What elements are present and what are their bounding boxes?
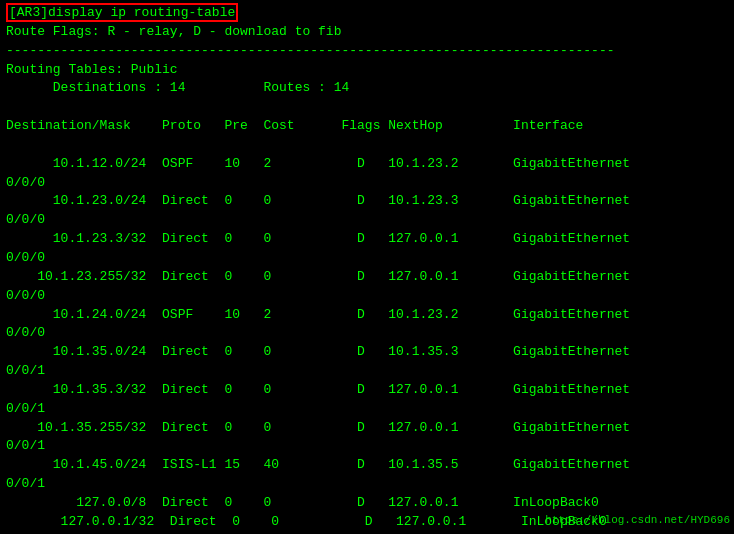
row-10135255-cont: 0/0/1 [6,437,728,456]
row-10135-cont: 0/0/1 [6,362,728,381]
row-101233: 10.1.23.3/32 Direct 0 0 D 127.0.0.1 Giga… [6,230,728,249]
row-10135: 10.1.35.0/24 Direct 0 0 D 10.1.35.3 Giga… [6,343,728,362]
row-10123: 10.1.23.0/24 Direct 0 0 D 10.1.23.3 Giga… [6,192,728,211]
row-10145-cont: 0/0/1 [6,475,728,494]
row-127: 127.0.0/8 Direct 0 0 D 127.0.0.1 InLoopB… [6,494,728,513]
row-10123-cont: 0/0/0 [6,211,728,230]
row-10112: 10.1.12.0/24 OSPF 10 2 D 10.1.23.2 Gigab… [6,155,728,174]
command-line: [AR3]display ip routing-table [6,4,728,23]
row-10124: 10.1.24.0/24 OSPF 10 2 D 10.1.23.2 Gigab… [6,306,728,325]
routing-tables-line: Routing Tables: Public [6,61,728,80]
row-101353-cont: 0/0/1 [6,400,728,419]
row-10135255: 10.1.35.255/32 Direct 0 0 D 127.0.0.1 Gi… [6,419,728,438]
header-line: Destination/Mask Proto Pre Cost Flags Ne… [6,117,728,136]
destinations-routes-line: Destinations : 14 Routes : 14 [6,79,728,98]
row-10123255-cont: 0/0/0 [6,287,728,306]
row-10145: 10.1.45.0/24 ISIS-L1 15 40 D 10.1.35.5 G… [6,456,728,475]
route-flags-line: Route Flags: R - relay, D - download to … [6,23,728,42]
blank-line2 [6,136,728,155]
row-101233-cont: 0/0/0 [6,249,728,268]
blank-line [6,98,728,117]
row-10124-cont: 0/0/0 [6,324,728,343]
row-10112-cont: 0/0/0 [6,174,728,193]
row-10123255: 10.1.23.255/32 Direct 0 0 D 127.0.0.1 Gi… [6,268,728,287]
terminal: [AR3]display ip routing-table Route Flag… [0,0,734,534]
watermark: https://blog.csdn.net/HYD696 [545,514,730,526]
separator-line: ----------------------------------------… [6,42,728,61]
command-highlight: [AR3]display ip routing-table [6,3,238,22]
row-101353: 10.1.35.3/32 Direct 0 0 D 127.0.0.1 Giga… [6,381,728,400]
